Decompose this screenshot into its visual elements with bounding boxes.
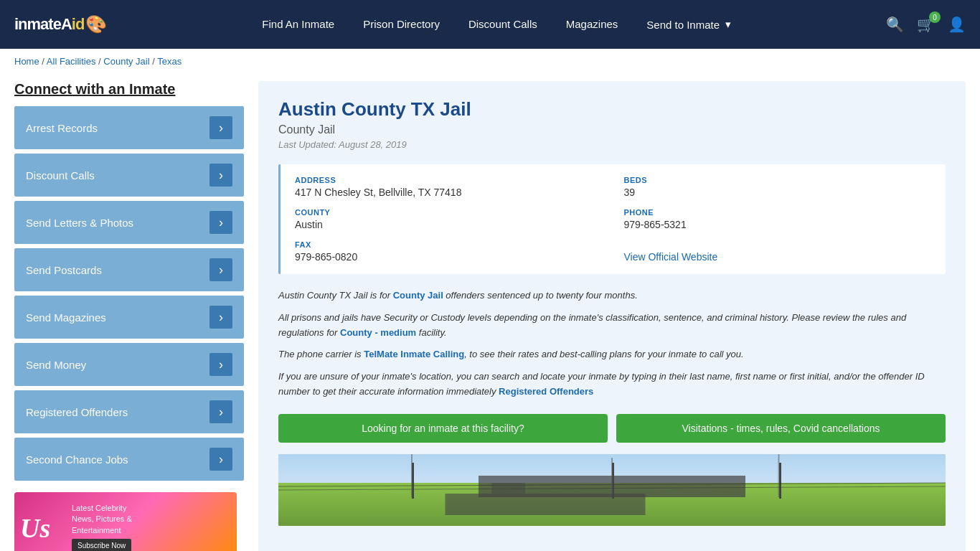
fax-field: FAX 979-865-0820	[295, 240, 603, 263]
breadcrumb: Home / All Facilities / County Jail / Te…	[0, 49, 980, 74]
visitations-button[interactable]: Visitations - times, rules, Covid cancel…	[616, 414, 946, 443]
desc-paragraph-1: Austin County TX Jail is for County Jail…	[278, 288, 946, 303]
cart-icon[interactable]: 🛒 0	[917, 16, 935, 33]
phone-field: PHONE 979-865-5321	[624, 208, 932, 230]
dropdown-arrow-icon: ▾	[725, 18, 731, 31]
beds-field: BEDS 39	[624, 176, 932, 198]
chevron-right-icon: ›	[209, 116, 232, 139]
header-icons: 🔍 🛒 0 👤	[886, 16, 966, 33]
sidebar-item-send-postcards[interactable]: Send Postcards ›	[14, 248, 244, 291]
facility-type: County Jail	[278, 123, 946, 136]
sidebar-item-send-letters[interactable]: Send Letters & Photos ›	[14, 201, 244, 244]
telmate-link[interactable]: TelMate Inmate Calling	[364, 349, 464, 359]
address-field: ADDRESS 417 N Chesley St, Bellville, TX …	[295, 176, 603, 198]
sidebar-title: Connect with an Inmate	[14, 81, 244, 98]
nav-prison-directory[interactable]: Prison Directory	[363, 18, 440, 31]
nav-send-to-inmate[interactable]: Send to Inmate ▾	[646, 18, 731, 31]
registered-offenders-link[interactable]: Registered Offenders	[499, 386, 593, 397]
facility-title: Austin County TX Jail	[278, 98, 946, 121]
find-inmate-button[interactable]: Looking for an inmate at this facility?	[278, 414, 608, 443]
facility-image	[278, 454, 946, 526]
header: inmateAid 🎨 Find An Inmate Prison Direct…	[0, 0, 980, 49]
logo-icon: 🎨	[85, 14, 107, 34]
facility-image-content	[278, 454, 946, 526]
main-layout: Connect with an Inmate Arrest Records › …	[0, 74, 980, 551]
sidebar: Connect with an Inmate Arrest Records › …	[14, 81, 244, 551]
facility-last-updated: Last Updated: August 28, 2019	[278, 139, 946, 150]
logo-text: inmateAid	[14, 15, 84, 34]
sidebar-item-registered-offenders[interactable]: Registered Offenders ›	[14, 390, 244, 433]
search-icon[interactable]: 🔍	[886, 16, 904, 33]
main-nav: Find An Inmate Prison Directory Discount…	[143, 18, 850, 31]
nav-find-inmate[interactable]: Find An Inmate	[262, 18, 334, 31]
official-website-link[interactable]: View Official Website	[624, 251, 718, 263]
county-field: COUNTY Austin	[295, 208, 603, 230]
cart-badge: 0	[929, 11, 941, 23]
ad-banner[interactable]: Us Latest Celebrity News, Pictures & Ent…	[14, 492, 237, 551]
facility-content: Austin County TX Jail County Jail Last U…	[258, 81, 966, 551]
ad-logo: Us	[20, 514, 66, 542]
breadcrumb-texas[interactable]: Texas	[157, 56, 182, 67]
ad-subscribe-button[interactable]: Subscribe Now	[72, 539, 131, 551]
chevron-right-icon: ›	[209, 400, 232, 423]
sidebar-item-second-chance-jobs[interactable]: Second Chance Jobs ›	[14, 438, 244, 481]
breadcrumb-all-facilities[interactable]: All Facilities	[47, 56, 96, 67]
chevron-right-icon: ›	[209, 306, 232, 329]
desc-paragraph-2: All prisons and jails have Security or C…	[278, 311, 946, 341]
chevron-right-icon: ›	[209, 211, 232, 234]
desc-paragraph-4: If you are unsure of your inmate's locat…	[278, 369, 946, 400]
user-icon[interactable]: 👤	[948, 16, 966, 33]
logo[interactable]: inmateAid 🎨	[14, 14, 107, 34]
desc-paragraph-3: The phone carrier is TelMate Inmate Call…	[278, 347, 946, 362]
county-medium-link[interactable]: County - medium	[340, 327, 416, 338]
sidebar-item-arrest-records[interactable]: Arrest Records ›	[14, 106, 244, 149]
wire-svg	[278, 454, 946, 526]
action-buttons: Looking for an inmate at this facility? …	[278, 414, 946, 443]
sidebar-item-send-magazines[interactable]: Send Magazines ›	[14, 296, 244, 339]
nav-discount-calls[interactable]: Discount Calls	[468, 18, 537, 31]
sidebar-menu: Arrest Records › Discount Calls › Send L…	[14, 106, 244, 481]
facility-info-grid: ADDRESS 417 N Chesley St, Bellville, TX …	[278, 164, 946, 274]
breadcrumb-county-jail[interactable]: County Jail	[103, 56, 149, 67]
nav-magazines[interactable]: Magazines	[566, 18, 618, 31]
svg-rect-5	[446, 494, 646, 515]
chevron-right-icon: ›	[209, 353, 232, 376]
breadcrumb-home[interactable]: Home	[14, 56, 39, 67]
ad-text: Latest Celebrity News, Pictures & Entert…	[72, 503, 139, 551]
sidebar-item-send-money[interactable]: Send Money ›	[14, 343, 244, 386]
chevron-right-icon: ›	[209, 258, 232, 281]
county-jail-link-1[interactable]: County Jail	[393, 290, 443, 301]
website-field: - View Official Website	[624, 240, 932, 263]
svg-rect-6	[492, 483, 526, 494]
chevron-right-icon: ›	[209, 448, 232, 471]
chevron-right-icon: ›	[209, 164, 232, 187]
sidebar-item-discount-calls[interactable]: Discount Calls ›	[14, 154, 244, 197]
